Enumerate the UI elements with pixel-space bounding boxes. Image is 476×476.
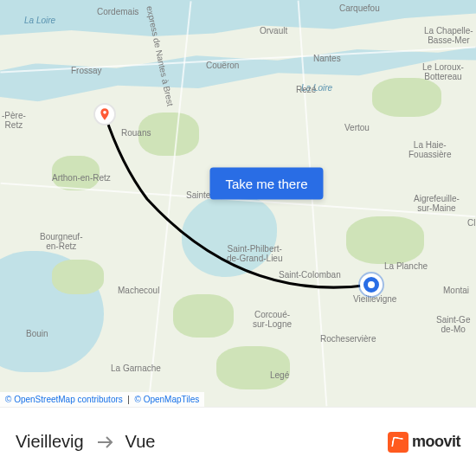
place-label: Vertou: [344, 123, 370, 132]
vegetation: [372, 78, 441, 117]
vegetation: [173, 294, 234, 338]
pin-icon: [98, 107, 112, 121]
route-from-label: Vieillevig: [16, 432, 84, 452]
place-label: Montai: [443, 286, 469, 295]
place-label: Aigrefeuille- sur-Maine: [414, 194, 460, 213]
place-label: La Chapelle- Basse-Mer: [424, 26, 473, 45]
route-to-label: Vue: [125, 432, 156, 452]
vegetation: [138, 113, 199, 156]
place-label: Cl: [467, 218, 475, 228]
place-label: Rocheservière: [320, 334, 376, 344]
tiles-attribution-link[interactable]: © OpenMapTiles: [135, 395, 200, 404]
place-label: Vieillevigne: [353, 294, 396, 304]
place-label: Saint-Ge de-Mo: [436, 315, 470, 334]
place-label: Bourgneuf- en-Retz: [40, 232, 82, 251]
place-label: Corcoué- sur-Logne: [253, 310, 292, 329]
water-feature: [182, 195, 277, 277]
vegetation: [52, 260, 104, 294]
map[interactable]: La Loire La Loire CordemaisCarquefouOrva…: [0, 0, 476, 407]
moovit-mark-icon: [388, 432, 408, 453]
place-label: La Haie- Fouassière: [408, 140, 451, 159]
map-route-card: La Loire La Loire CordemaisCarquefouOrva…: [0, 0, 476, 476]
arrow-right-icon: [94, 432, 115, 453]
place-label: Orvault: [260, 26, 287, 35]
place-label: Saint-Colomban: [279, 270, 341, 280]
osm-attribution-link[interactable]: © OpenStreetMap contributors: [5, 395, 123, 404]
vegetation: [216, 346, 290, 389]
vegetation: [346, 216, 424, 264]
moovit-wordmark: moovit: [412, 433, 460, 451]
river-label: La Loire: [24, 16, 55, 25]
destination-marker[interactable]: [93, 103, 116, 125]
river-label: La Loire: [301, 83, 332, 93]
place-label: Le Loroux- Bottereau: [422, 62, 464, 81]
place-label: -Père- Retz: [2, 111, 26, 130]
moovit-logo[interactable]: moovit: [388, 432, 460, 453]
route-summary-panel: Vieillevig Vue moovit: [0, 407, 476, 476]
map-attribution: © OpenStreetMap contributors | © OpenMap…: [0, 392, 204, 407]
place-label: Machecoul: [118, 286, 159, 295]
vegetation: [52, 156, 100, 190]
take-me-there-button[interactable]: Take me there: [209, 167, 323, 199]
start-marker[interactable]: [360, 273, 383, 296]
